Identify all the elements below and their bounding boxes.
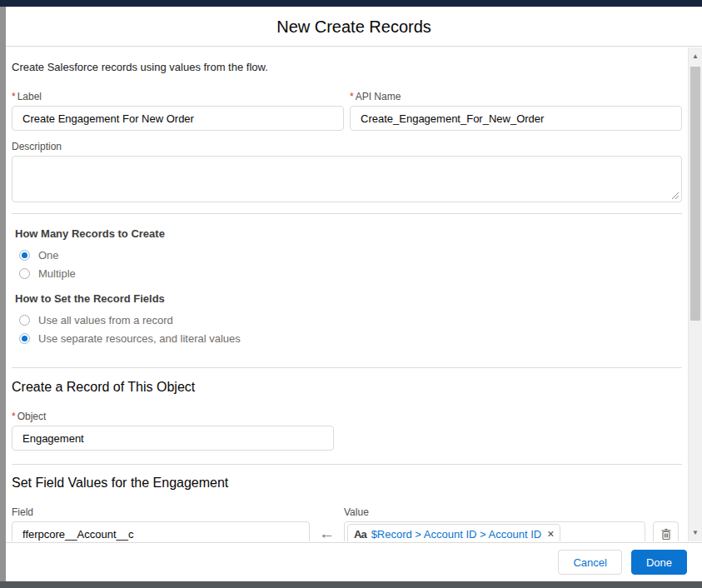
how-to-set-fields-legend: How to Set the Record Fields xyxy=(15,292,682,305)
value-column-label: Value xyxy=(344,506,369,518)
trash-icon xyxy=(660,528,672,541)
radio-option-label: One xyxy=(38,249,59,262)
object-section: Create a Record of This Object *Object xyxy=(12,380,682,451)
radio-option-label: Use separate resources, and literal valu… xyxy=(38,332,241,345)
resource-pill-label[interactable]: $Record > Account ID > Account ID xyxy=(371,528,542,541)
label-field-group: *Label xyxy=(12,91,344,131)
radio-option-label: Use all values from a record xyxy=(38,314,173,326)
section-divider xyxy=(12,213,682,214)
dimmed-background-strip: › › › › xyxy=(0,7,6,581)
radio-option-separate-resources[interactable]: Use separate resources, and literal valu… xyxy=(15,329,682,347)
modal-title: New Create Records xyxy=(6,7,702,47)
browser-bottom-bar xyxy=(0,581,702,588)
label-field-label: *Label xyxy=(12,91,344,102)
radio-button-icon[interactable] xyxy=(19,250,30,261)
radio-option-label: Multiple xyxy=(38,267,76,280)
modal-header: New Create Records xyxy=(6,7,702,47)
radio-button-icon[interactable] xyxy=(19,333,30,344)
field-column-label: Field xyxy=(12,506,310,518)
required-asterisk: * xyxy=(12,411,16,422)
remove-resource-icon[interactable]: × xyxy=(547,528,554,540)
radio-option-all-values[interactable]: Use all values from a record xyxy=(15,311,682,329)
scroll-content: Create Salesforce records using values f… xyxy=(6,61,688,541)
radio-button-icon[interactable] xyxy=(19,268,30,279)
modal-footer: Cancel Done xyxy=(6,542,702,581)
left-arrow-icon: ← xyxy=(310,521,344,541)
description-field-group: Description xyxy=(12,141,682,202)
screen: › › › › New Create Records Create Salesf… xyxy=(0,0,702,588)
delete-row-button[interactable] xyxy=(653,521,679,541)
field-value-row: ← Aa $Record > Account ID > Account ID × xyxy=(12,521,682,541)
description-field-label: Description xyxy=(12,141,682,152)
value-combobox[interactable]: Aa $Record > Account ID > Account ID × xyxy=(344,521,645,541)
scroll-up-icon[interactable]: ▲ xyxy=(689,52,702,60)
radio-option-multiple[interactable]: Multiple xyxy=(15,264,682,282)
how-to-set-fields-options: Use all values from a record Use separat… xyxy=(15,311,682,347)
modal-body: Create Salesforce records using values f… xyxy=(6,47,702,541)
section-divider xyxy=(12,464,682,465)
how-many-records-legend: How Many Records to Create xyxy=(15,227,682,240)
record-options-section: How Many Records to Create One Multiple … xyxy=(12,227,682,347)
field-values-section: Set Field Values for the Engagement Fiel… xyxy=(12,476,682,541)
section-divider xyxy=(12,367,682,368)
new-create-records-modal: New Create Records Create Salesforce rec… xyxy=(6,7,702,581)
api-name-field-group: *API Name xyxy=(350,91,682,131)
how-many-records-options: One Multiple xyxy=(15,246,682,282)
cancel-button[interactable]: Cancel xyxy=(558,550,621,575)
vertical-scrollbar[interactable]: ▲ ▼ xyxy=(688,47,702,541)
label-api-row: *Label *API Name xyxy=(12,91,682,131)
text-type-icon: Aa xyxy=(354,528,366,541)
intro-text: Create Salesforce records using values f… xyxy=(12,61,682,73)
api-name-input[interactable] xyxy=(350,106,682,131)
browser-top-bar xyxy=(0,0,702,7)
scrollbar-thumb[interactable] xyxy=(690,67,700,321)
required-asterisk: * xyxy=(350,91,354,102)
field-values-column-headers: Field Value xyxy=(12,506,682,518)
object-input[interactable] xyxy=(12,426,334,451)
api-name-field-label: *API Name xyxy=(350,91,682,102)
radio-button-icon[interactable] xyxy=(19,315,30,326)
selected-resource-pill[interactable]: Aa $Record > Account ID > Account ID × xyxy=(347,524,560,541)
object-section-heading: Create a Record of This Object xyxy=(12,380,682,395)
field-reference-input[interactable] xyxy=(12,521,310,541)
label-input[interactable] xyxy=(12,106,344,131)
scroll-down-icon[interactable]: ▼ xyxy=(689,529,702,536)
done-button[interactable]: Done xyxy=(631,550,687,575)
object-field-label: *Object xyxy=(12,411,682,422)
required-asterisk: * xyxy=(12,91,16,102)
description-textarea[interactable] xyxy=(12,156,682,202)
field-values-heading: Set Field Values for the Engagement xyxy=(12,476,682,491)
radio-option-one[interactable]: One xyxy=(15,246,682,264)
